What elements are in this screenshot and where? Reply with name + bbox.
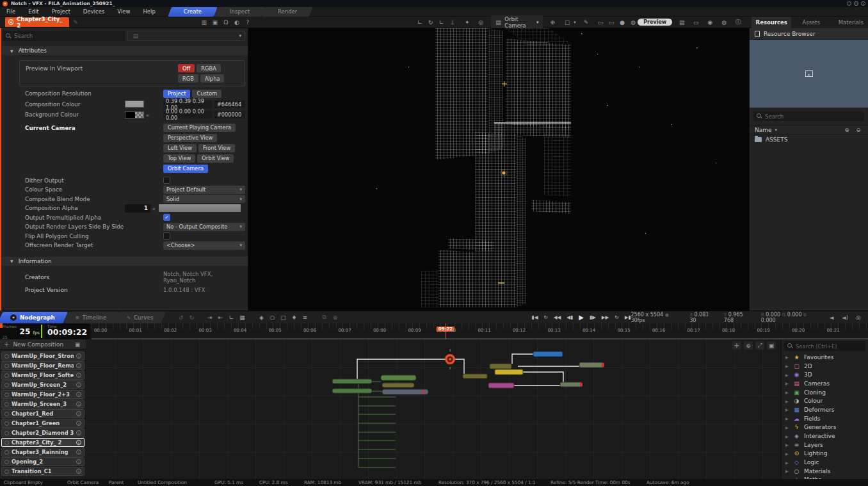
category-generators[interactable]: ▶ϟGenerators <box>782 423 868 432</box>
composition-item[interactable]: WarmUp_Floor_Softeni <box>1 371 84 380</box>
expand-icon[interactable]: ▶ <box>785 381 789 385</box>
chevron-down-icon[interactable]: ▾ <box>775 127 778 133</box>
frame-selection-icon[interactable]: ▣ <box>767 341 776 350</box>
info-icon[interactable]: i <box>76 430 81 435</box>
duplicate-icon[interactable]: ▥ <box>200 18 209 26</box>
filter-dropdown[interactable]: ▤ ▾ <box>127 31 245 41</box>
option-left-view[interactable]: Left View <box>163 144 197 152</box>
category-logic[interactable]: ▶◇Logic <box>782 458 868 467</box>
category-cloning[interactable]: ▶▣Cloning <box>782 388 868 397</box>
expand-icon[interactable]: ▶ <box>785 416 789 421</box>
node-graph-canvas[interactable]: ✛ ⊕ ⤢ ▣ <box>86 339 781 479</box>
composition-item[interactable]: Chapter1_Greeni <box>1 419 84 428</box>
option-orbit-camera[interactable]: Orbit Camera <box>163 165 208 173</box>
category-favourites[interactable]: ▶★Favourites <box>782 353 868 362</box>
help-icon[interactable]: ? <box>243 18 252 26</box>
info-icon[interactable]: i <box>76 469 81 474</box>
link-icon[interactable]: ⧉ <box>320 313 329 321</box>
preview-button[interactable]: Preview <box>638 19 672 26</box>
camera-selector[interactable]: ▤ Orbit Camera ▾ <box>491 15 543 29</box>
info-icon[interactable]: i <box>76 459 81 464</box>
lock-icon[interactable]: Ω <box>221 18 230 26</box>
composition-item[interactable]: Opening_2i <box>1 457 84 466</box>
pivot-tool-icon[interactable]: ◎ <box>477 18 485 26</box>
category-cameras[interactable]: ▶▤Cameras <box>782 379 868 388</box>
rewind-icon[interactable]: ◀◀ <box>554 313 561 321</box>
display-mode-icon[interactable]: ▭ <box>596 18 605 26</box>
info-icon[interactable]: i <box>76 411 81 416</box>
mode-tab-inspect[interactable]: Inspect <box>216 7 264 17</box>
zoom-icon[interactable]: ⊕ <box>744 341 753 350</box>
keyframe-icon[interactable]: ◆ <box>152 206 156 211</box>
annotate-icon[interactable]: ✎ <box>583 18 590 26</box>
tab-assets[interactable]: Assets <box>791 17 831 28</box>
alpha-checker-swatch[interactable] <box>135 111 144 118</box>
frames-display[interactable]: Frames 25 fps 25 <box>0 323 42 339</box>
category-materials[interactable]: ▶○Materials <box>782 467 868 476</box>
composition-item[interactable]: Transition_C1i <box>1 467 84 476</box>
menu-devices[interactable]: Devices <box>77 8 111 15</box>
add-node-icon[interactable]: ⊕ <box>331 313 340 321</box>
category-fields[interactable]: ▶☁Fields <box>782 414 868 423</box>
pin-icon[interactable]: ♦ <box>290 313 299 321</box>
composition-item[interactable]: WarmUp_Floor_Strongi <box>1 352 84 360</box>
pick-node-icon[interactable]: ∟ <box>227 313 236 321</box>
folder-icon[interactable]: ▭ <box>691 18 700 26</box>
dither-output-checkbox[interactable] <box>163 177 170 184</box>
composition-item[interactable]: Chapter1_Redi <box>1 409 84 418</box>
output-premultiplied-alpha-checkbox[interactable]: ✓ <box>163 214 170 221</box>
expand-icon[interactable]: ▶ <box>785 390 789 394</box>
menu-help[interactable]: Help <box>136 8 161 15</box>
expand-icon[interactable]: ▶ <box>785 451 789 456</box>
composition-item[interactable]: Chapter3_Rainningi <box>1 448 84 457</box>
enter-group-icon[interactable]: ⇥ <box>205 313 214 321</box>
node-search-input[interactable] <box>796 343 862 350</box>
composition-item[interactable]: Chapter3_City_ 2i <box>1 438 84 447</box>
time-display[interactable]: Time 00:09:22 <box>45 323 90 339</box>
expand-icon[interactable]: ▶ <box>785 355 789 359</box>
lasso-icon[interactable]: ○ <box>268 313 277 321</box>
record-icon[interactable]: ◉ <box>705 18 714 26</box>
colour-values[interactable]: 0.39 0.39 0.39 1.00 <box>163 101 212 108</box>
axis-tool-icon[interactable]: ⊥ <box>448 18 457 26</box>
fast-forward-icon[interactable]: ▶▶ <box>602 313 609 321</box>
zoom-settings-icon[interactable]: ⊕ <box>549 18 557 26</box>
offscreen-render-target-dropdown[interactable]: <Choose> ▾ <box>163 241 245 250</box>
dual-display-icon[interactable]: ▭ <box>607 18 616 26</box>
info-icon[interactable]: i <box>76 450 81 455</box>
option-orbit-view[interactable]: Orbit View <box>197 154 234 163</box>
assets-folder-row[interactable]: ASSETS <box>750 134 868 145</box>
category-2d[interactable]: ▶▢2D <box>782 362 868 371</box>
skip-start-icon[interactable]: ▮◀ <box>532 313 538 321</box>
option-perspective-view[interactable]: Perspective View <box>163 134 217 142</box>
tab-resources[interactable]: Resources <box>751 17 791 28</box>
expand-icon[interactable]: ▶ <box>785 434 789 439</box>
info-icon[interactable]: i <box>76 373 81 378</box>
record-output-icon[interactable]: ◎ <box>854 313 863 321</box>
audio-volume-icon[interactable]: ◄) <box>840 313 849 321</box>
colour-hex[interactable]: #000000 <box>214 111 245 118</box>
minimize-icon[interactable]: – <box>847 1 851 6</box>
expand-icon[interactable]: ▶ <box>785 407 789 412</box>
composition-alpha-slider[interactable] <box>159 204 241 212</box>
colour-space-dropdown[interactable]: Project Default ▾ <box>163 186 245 194</box>
search-input[interactable] <box>14 33 122 39</box>
colour-hex[interactable]: #646464 <box>214 101 245 108</box>
info-icon[interactable]: ⓘ <box>734 18 743 26</box>
option-alpha[interactable]: Alpha <box>200 74 225 83</box>
colour-values[interactable]: 0.00 0.00 0.00 0.00 <box>163 111 212 118</box>
snap-icon[interactable]: ◈ <box>257 313 266 321</box>
pose-tool-icon[interactable]: ✦ <box>463 18 471 26</box>
layout-nodes-icon[interactable]: ▦ <box>238 313 247 321</box>
mode-tab-render[interactable]: Render <box>264 7 311 17</box>
step-back-icon[interactable]: ◀▮ <box>567 313 573 321</box>
category-interactive[interactable]: ▶◈Interactive <box>782 432 868 441</box>
timeline-ruler[interactable]: 09:22 00:0000:0100:0200:0300:0400:0500:0… <box>92 323 868 339</box>
category-lighting[interactable]: ▶⊙Lighting <box>782 450 868 458</box>
info-icon[interactable]: i <box>76 353 81 359</box>
information-section-header[interactable]: ▼ Information <box>1 257 248 266</box>
resource-search[interactable] <box>753 111 864 121</box>
colour-swatch[interactable] <box>125 101 144 108</box>
category-colour[interactable]: ▶◑Colour <box>782 396 868 405</box>
selection-mode-icon[interactable]: ▢ <box>563 18 572 26</box>
